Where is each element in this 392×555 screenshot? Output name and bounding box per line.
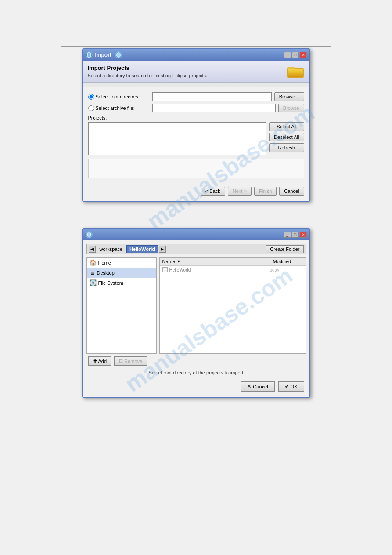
deselect-all-button[interactable]: Deselect All [269, 133, 304, 141]
remove-button: ⊟ Remove [114, 356, 147, 366]
top-rule [61, 46, 331, 47]
name-dropdown-icon[interactable]: ▼ [177, 259, 181, 264]
archive-file-row: Select archive file: Browse [88, 104, 304, 112]
browser-maximize-button[interactable]: □ [292, 232, 299, 238]
dialog-footer: < Back Next > Finish Cancel [88, 183, 304, 196]
places-panel: 🏠 Home 🖥 Desktop 💽 File System [86, 257, 157, 354]
window-controls: _ □ ✕ [284, 52, 307, 58]
import-header-desc: Select a directory to search for existin… [88, 73, 208, 78]
root-dir-input[interactable] [152, 92, 272, 101]
dialog-title: Import [95, 52, 111, 58]
files-panel: Name ▼ Modified HelloWorld Today [159, 257, 306, 354]
add-button[interactable]: ✚ Add [88, 356, 112, 366]
browser-close-button[interactable]: ✕ [300, 232, 307, 238]
maximize-button[interactable]: □ [292, 52, 299, 58]
archive-file-radio[interactable] [88, 105, 94, 111]
titlebar-left: Import [86, 51, 122, 58]
places-home[interactable]: 🏠 Home [87, 258, 156, 268]
close-button[interactable]: ✕ [300, 52, 307, 58]
import-header: Import Projects Select a directory to se… [83, 61, 309, 83]
browser-window-controls: _ □ ✕ [284, 232, 307, 238]
file-name: HelloWorld [169, 268, 268, 272]
browser-ok-button[interactable]: ✔ OK [278, 381, 304, 392]
import-header-title: Import Projects [88, 65, 208, 71]
root-dir-row: Select root directory: Browse... [88, 92, 304, 101]
projects-buttons: Select All Deselect All Refresh [269, 122, 304, 155]
breadcrumb-helloworld[interactable]: HelloWorld [126, 245, 158, 253]
file-date: Today [268, 268, 303, 272]
bottom-rule [61, 480, 331, 480]
next-button: Next > [228, 187, 252, 196]
archive-file-label[interactable]: Select archive file: [88, 105, 150, 111]
modified-column-header: Modified [270, 258, 306, 265]
file-browser-body: ◀ workspace HelloWorld ▶ Create Folder 🏠… [83, 240, 309, 397]
breadcrumb-bar: ◀ workspace HelloWorld ▶ Create Folder [86, 244, 306, 254]
breadcrumb-workspace[interactable]: workspace [97, 245, 126, 253]
files-header: Name ▼ Modified [160, 258, 306, 266]
dialog-content: Select root directory: Browse... Select … [83, 87, 309, 201]
add-icon: ✚ [93, 358, 97, 364]
desktop-icon: 🖥 [90, 269, 95, 276]
browser-titlebar: _ □ ✕ [83, 229, 309, 240]
import-dialog: Import _ □ ✕ Import Projects Select a di… [82, 48, 310, 202]
places-filesystem[interactable]: 💽 File System [87, 278, 156, 288]
refresh-button[interactable]: Refresh [269, 143, 304, 152]
import-titlebar: Import _ □ ✕ [83, 49, 309, 61]
create-folder-button[interactable]: Create Folder [266, 245, 303, 253]
import-header-text: Import Projects Select a directory to se… [88, 65, 208, 78]
file-browser-dialog: _ □ ✕ ◀ workspace HelloWorld ▶ Create Fo… [82, 228, 310, 398]
finish-button: Finish [254, 187, 277, 196]
projects-list[interactable] [88, 122, 267, 155]
browse-btn-1[interactable]: Browse... [274, 92, 304, 101]
eclipse-icon-2 [115, 51, 122, 58]
remove-icon: ⊟ [119, 358, 123, 364]
archive-file-input[interactable] [152, 104, 276, 112]
breadcrumb-prev-button[interactable]: ◀ [89, 246, 96, 253]
folder-icon-large [287, 65, 305, 79]
browser-icon [86, 231, 93, 238]
browser-titlebar-left [86, 231, 93, 238]
file-browser-main: 🏠 Home 🖥 Desktop 💽 File System [86, 257, 306, 354]
breadcrumb-next-button[interactable]: ▶ [159, 246, 166, 253]
svg-rect-5 [287, 67, 295, 69]
places-desktop[interactable]: 🖥 Desktop [87, 268, 156, 278]
projects-label: Projects: [88, 115, 304, 120]
svg-rect-7 [288, 69, 303, 77]
root-dir-radio[interactable] [88, 94, 94, 100]
status-bar: Select root directory of the projects to… [86, 368, 306, 377]
file-checkbox[interactable] [162, 267, 168, 272]
minimize-button[interactable]: _ [284, 52, 291, 58]
browser-footer-buttons: ✚ Add ⊟ Remove [86, 356, 306, 366]
filesystem-icon: 💽 [90, 279, 97, 286]
projects-row: Select All Deselect All Refresh [88, 122, 304, 155]
home-icon: 🏠 [90, 259, 97, 266]
back-button[interactable]: < Back [201, 187, 225, 196]
name-column-header[interactable]: Name ▼ [160, 258, 270, 265]
ok-icon: ✔ [285, 384, 289, 389]
browser-dialog-footer: ✕ Cancel ✔ OK [86, 380, 306, 393]
eclipse-icon [86, 51, 93, 58]
cancel-button[interactable]: Cancel [279, 187, 304, 196]
select-all-button[interactable]: Select All [269, 122, 304, 131]
root-dir-label[interactable]: Select root directory: [88, 94, 150, 100]
browse-btn-2: Browse [278, 104, 304, 112]
search-options [88, 159, 304, 178]
table-row[interactable]: HelloWorld Today [160, 266, 306, 274]
browser-cancel-button[interactable]: ✕ Cancel [241, 381, 274, 392]
browser-minimize-button[interactable]: _ [284, 232, 291, 238]
cancel-icon: ✕ [247, 384, 251, 389]
